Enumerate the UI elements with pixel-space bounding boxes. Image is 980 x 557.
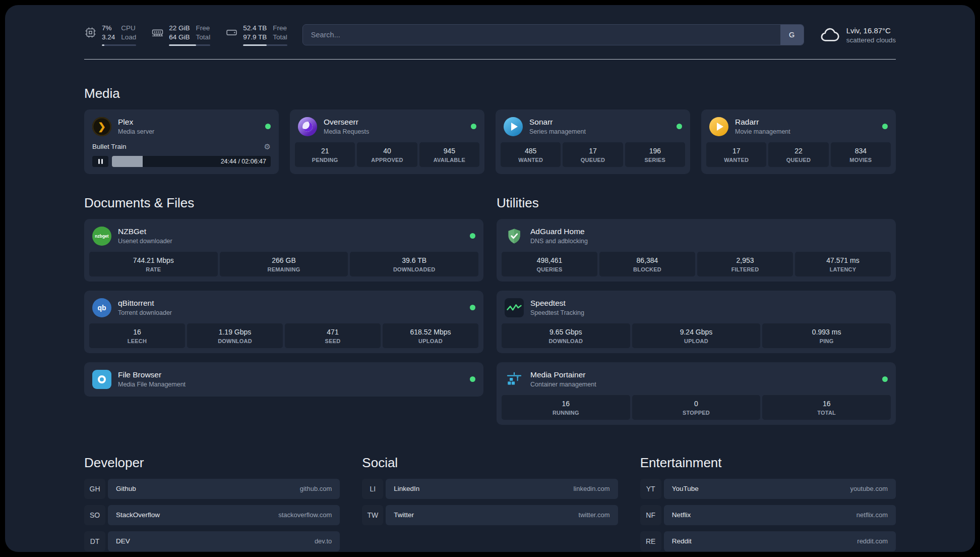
- service-description: DNS and adblocking: [530, 238, 588, 245]
- service-card-speedtest[interactable]: Speedtest Speedtest Tracking 9.65 GbpsDO…: [497, 291, 896, 353]
- stat-running: 16RUNNING: [502, 395, 630, 420]
- memory-total-value: 64 GiB: [169, 33, 190, 42]
- cpu-usage-value: 7%: [102, 24, 115, 33]
- bookmark-youtube[interactable]: YT YouTubeyoutube.com: [640, 479, 896, 499]
- bookmark-stackoverflow[interactable]: SO StackOverflowstackoverflow.com: [84, 505, 340, 525]
- stat-rate: 744.21 MbpsRATE: [89, 252, 218, 276]
- stat-upload: 9.24 GbpsUPLOAD: [632, 323, 761, 348]
- stat-series: 196SERIES: [625, 142, 685, 167]
- service-card-radarr[interactable]: Radarr Movie management 17WANTED 22QUEUE…: [701, 109, 896, 174]
- disk-total-value: 97.9 TB: [243, 33, 267, 42]
- stat-leech: 16LEECH: [89, 323, 185, 348]
- status-dot: [882, 376, 888, 382]
- service-card-overseerr[interactable]: Overseerr Media Requests 21PENDING 40APP…: [290, 109, 484, 174]
- service-card-nzbget[interactable]: nzbget NZBGet Usenet downloader 744.21 M…: [84, 219, 483, 282]
- bookmark-netflix[interactable]: NF Netflixnetflix.com: [640, 505, 896, 525]
- stat-download: 9.65 GbpsDOWNLOAD: [502, 323, 630, 348]
- nzbget-icon: nzbget: [92, 227, 111, 246]
- bookmark-name: Twitter: [394, 511, 414, 519]
- service-stats: 9.65 GbpsDOWNLOAD 9.24 GbpsUPLOAD 0.993 …: [502, 323, 891, 348]
- cpu-load-value: 3.24: [102, 33, 115, 42]
- bookmark-abbr: LI: [362, 479, 383, 499]
- service-description: Media server: [118, 128, 154, 135]
- service-name: File Browser: [118, 370, 186, 379]
- bookmark-github[interactable]: GH Githubgithub.com: [84, 479, 340, 499]
- topbar-divider: [84, 59, 896, 60]
- stat-ping: 0.993 msPING: [762, 323, 891, 348]
- section-title-social: Social: [362, 455, 618, 471]
- bookmark-group-social: Social LI LinkedInlinkedin.com TW Twitte…: [362, 455, 618, 552]
- stat-available: 945AVAILABLE: [419, 142, 479, 167]
- plex-icon: ❯: [92, 117, 111, 136]
- cpu-icon: [84, 24, 97, 39]
- adguard-icon: [505, 227, 524, 246]
- service-name: Overseerr: [324, 118, 369, 127]
- bookmark-name: LinkedIn: [394, 485, 419, 492]
- cloud-icon: [819, 24, 840, 45]
- cpu-label: CPU: [121, 24, 136, 33]
- bookmark-name: YouTube: [672, 485, 699, 492]
- search-bar: G: [302, 24, 804, 45]
- stat-latency: 47.571 msLATENCY: [795, 252, 891, 276]
- bookmark-twitter[interactable]: TW Twittertwitter.com: [362, 505, 618, 525]
- bookmark-name: Netflix: [672, 511, 691, 519]
- memory-free-value: 22 GiB: [169, 24, 190, 33]
- service-name: Media Portainer: [530, 370, 596, 379]
- section-title-developer: Developer: [84, 455, 340, 471]
- status-dot: [471, 124, 476, 129]
- service-stats: 16LEECH 1.19 GbpsDOWNLOAD 471SEED 618.52…: [89, 323, 478, 348]
- bookmark-name: Github: [116, 485, 136, 492]
- service-card-portainer[interactable]: Media Portainer Container management 16R…: [497, 362, 896, 425]
- stat-total: 16TOTAL: [762, 395, 891, 420]
- bookmark-reddit[interactable]: RE Redditreddit.com: [640, 531, 896, 551]
- section-title-entertainment: Entertainment: [640, 455, 896, 471]
- stat-wanted: 17WANTED: [706, 142, 766, 167]
- pause-button[interactable]: [92, 156, 108, 167]
- stat-approved: 40APPROVED: [357, 142, 417, 167]
- status-dot: [470, 305, 475, 310]
- gear-icon[interactable]: ⚙: [264, 142, 271, 151]
- bookmark-linkedin[interactable]: LI LinkedInlinkedin.com: [362, 479, 618, 499]
- service-card-adguard[interactable]: AdGuard Home DNS and adblocking 498,461Q…: [497, 219, 896, 282]
- service-card-plex[interactable]: ❯ Plex Media server Bullet Train ⚙ 24:44…: [84, 109, 279, 174]
- bookmark-url: youtube.com: [850, 485, 888, 492]
- bookmark-url: stackoverflow.com: [278, 511, 332, 519]
- plex-now-playing: Bullet Train ⚙ 24:44 / 02:06:47: [89, 142, 274, 169]
- section-title-documents: Documents & Files: [84, 195, 483, 211]
- status-dot: [470, 233, 475, 239]
- bookmark-abbr: TW: [362, 505, 383, 525]
- resource-widgets: 7% 3.24 CPU Load: [84, 24, 287, 46]
- service-card-sonarr[interactable]: Sonarr Series management 485WANTED 17QUE…: [496, 109, 690, 174]
- status-dot: [677, 124, 682, 129]
- weather-widget[interactable]: Lviv, 16.87°C scattered clouds: [819, 24, 896, 45]
- documents-column: Documents & Files nzbget NZBGet Usenet d…: [84, 195, 483, 425]
- search-input[interactable]: [303, 25, 780, 45]
- bookmarks-section: Developer GH Githubgithub.com SO StackOv…: [84, 455, 896, 552]
- status-dot: [470, 376, 475, 382]
- disk-progress-bar: [243, 44, 287, 46]
- weather-location: Lviv, 16.87°C: [846, 26, 896, 35]
- cpu-progress-bar: [102, 44, 136, 46]
- service-stats: 21PENDING 40APPROVED 945AVAILABLE: [295, 142, 479, 167]
- section-title-media: Media: [84, 86, 896, 101]
- weather-condition: scattered clouds: [846, 36, 896, 44]
- bookmark-url: reddit.com: [857, 537, 888, 545]
- radarr-icon: [709, 117, 728, 136]
- bookmark-dev[interactable]: DT DEVdev.to: [84, 531, 340, 551]
- disk-icon: [225, 24, 238, 39]
- service-description: Media Requests: [324, 128, 369, 135]
- bookmark-url: netflix.com: [856, 511, 888, 519]
- search-provider-button[interactable]: G: [780, 25, 804, 45]
- playback-progress-bar[interactable]: 24:44 / 02:06:47: [112, 156, 271, 167]
- memory-progress-bar: [169, 44, 210, 46]
- bookmark-url: linkedin.com: [573, 485, 609, 492]
- service-stats: 16RUNNING 0STOPPED 16TOTAL: [502, 395, 891, 420]
- stat-blocked: 86,384BLOCKED: [599, 252, 695, 276]
- stat-stopped: 0STOPPED: [632, 395, 761, 420]
- service-card-filebrowser[interactable]: File Browser Media File Management: [84, 362, 483, 397]
- stat-seed: 471SEED: [285, 323, 381, 348]
- service-description: Movie management: [735, 128, 790, 135]
- stat-queued: 22QUEUED: [768, 142, 828, 167]
- service-card-qbittorrent[interactable]: qb qBittorrent Torrent downloader 16LEEC…: [84, 291, 483, 353]
- stat-upload: 618.52 MbpsUPLOAD: [383, 323, 478, 348]
